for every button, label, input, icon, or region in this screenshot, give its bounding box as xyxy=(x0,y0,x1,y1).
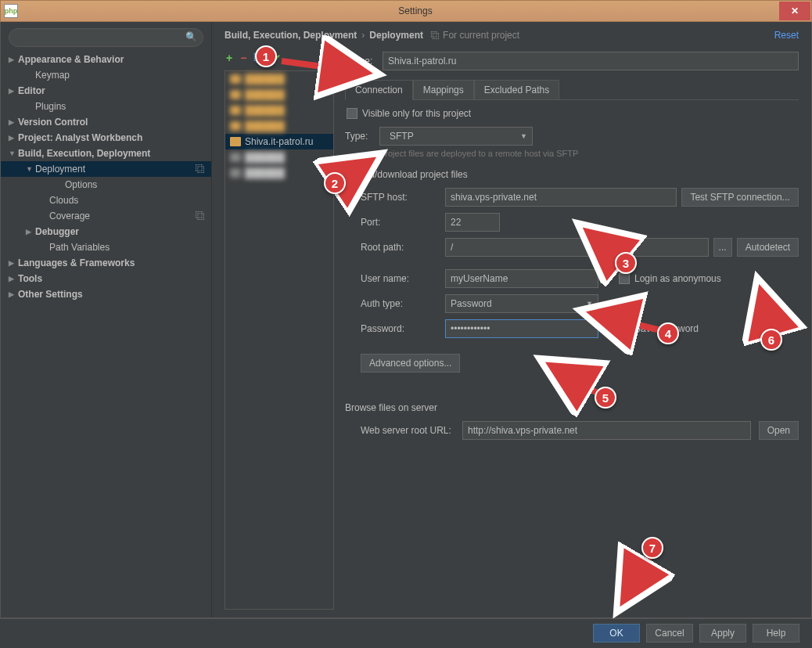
server-name-input[interactable] xyxy=(383,52,799,70)
tree-arrow-icon: ▶ xyxy=(9,87,16,95)
name-label: Name: xyxy=(345,56,375,67)
tree-item-label: Plugins xyxy=(35,101,66,112)
copy-server-button[interactable]: ⿻ xyxy=(254,52,264,64)
window-title: Settings xyxy=(23,5,808,16)
server-item-selected[interactable]: Shiva.it-patrol.ru xyxy=(225,134,333,149)
tree-item[interactable]: ▶Editor xyxy=(1,83,211,99)
tree-item-label: Tools xyxy=(18,273,42,284)
server-item-hidden[interactable]: ██████ xyxy=(225,71,333,87)
tree-item[interactable]: Clouds xyxy=(1,193,211,208)
tree-item[interactable]: Keymap xyxy=(1,67,211,83)
tree-item-label: Deployment xyxy=(35,164,85,175)
web-url-input[interactable] xyxy=(462,421,751,440)
tabs: ConnectionMappingsExcluded Paths xyxy=(345,80,799,100)
deployment-body: + − ⿻ ✔ ████████████████████████Shiva.it… xyxy=(212,49,811,617)
project-scope-badge: ⿻ For current project xyxy=(431,30,519,41)
deployment-form: Name: ConnectionMappingsExcluded Paths V… xyxy=(345,49,799,610)
tab-connection[interactable]: Connection xyxy=(345,80,413,100)
apply-button[interactable]: Apply xyxy=(699,624,746,643)
right-panel: Build, Execution, Deployment › Deploymen… xyxy=(212,22,811,617)
server-item-hidden[interactable]: ██████ xyxy=(225,103,333,118)
type-select[interactable]: SFTP ▼ xyxy=(379,127,533,146)
tree-arrow-icon: ▶ xyxy=(9,290,16,298)
tree-item[interactable]: ▼Deployment⿻ xyxy=(1,161,211,177)
tree-item[interactable]: Options xyxy=(1,177,211,193)
tree-arrow-icon: ▶ xyxy=(26,228,34,236)
tree-item-label: Keymap xyxy=(35,70,70,81)
server-item-hidden[interactable]: ██████ xyxy=(225,149,333,165)
search-input[interactable] xyxy=(9,28,203,47)
tab-excluded-paths[interactable]: Excluded Paths xyxy=(474,80,559,99)
tree-item[interactable]: ▶Debugger xyxy=(1,224,211,239)
tree-item[interactable]: Plugins xyxy=(1,99,211,114)
password-label: Password: xyxy=(361,323,439,334)
tab-mappings[interactable]: Mappings xyxy=(413,80,474,99)
anonymous-checkbox[interactable] xyxy=(619,273,630,284)
password-input[interactable] xyxy=(445,319,598,338)
anonymous-label: Login as anonymous xyxy=(634,273,721,284)
add-server-button[interactable]: + xyxy=(226,52,232,64)
tree-arrow-icon: ▼ xyxy=(26,165,34,173)
tree-arrow-icon: ▶ xyxy=(9,259,16,267)
breadcrumb-part-2: Deployment xyxy=(369,30,423,41)
sftp-host-input[interactable] xyxy=(445,188,677,207)
cancel-button[interactable]: Cancel xyxy=(646,624,693,643)
port-input[interactable] xyxy=(445,213,500,232)
tree-item[interactable]: Coverage⿻ xyxy=(1,208,211,224)
remove-server-button[interactable]: − xyxy=(240,52,246,64)
tree-item-label: Other Settings xyxy=(18,289,83,300)
tree-arrow-icon: ▶ xyxy=(9,134,16,142)
chevron-down-icon: ▼ xyxy=(586,300,593,308)
server-item-hidden[interactable]: ██████ xyxy=(225,118,333,134)
server-item-hidden[interactable]: ██████ xyxy=(225,165,333,181)
tree-item[interactable]: ▶Version Control xyxy=(1,114,211,130)
dialog-footer: OK Cancel Apply Help xyxy=(0,618,812,646)
server-item-hidden[interactable]: ██████ xyxy=(225,87,333,103)
app-icon: php xyxy=(4,4,18,18)
browse-root-button[interactable]: ... xyxy=(713,238,732,257)
type-hint: Project files are deployed to a remote h… xyxy=(379,149,799,158)
ok-button[interactable]: OK xyxy=(593,624,640,643)
tree-item-label: Options xyxy=(65,179,97,190)
save-password-checkbox[interactable] xyxy=(619,323,630,334)
tree-item[interactable]: ▶Appearance & Behavior xyxy=(1,52,211,67)
set-default-button[interactable]: ✔ xyxy=(272,52,281,64)
auth-type-select[interactable]: Password ▼ xyxy=(445,294,598,313)
type-label: Type: xyxy=(345,131,372,142)
browse-group-label: Browse files on server xyxy=(345,402,799,413)
tree-item-label: Editor xyxy=(18,85,45,96)
settings-tree[interactable]: ▶Appearance & BehaviorKeymap▶EditorPlugi… xyxy=(1,52,211,617)
tree-item[interactable]: Path Variables xyxy=(1,239,211,255)
tree-item-label: Version Control xyxy=(18,117,88,128)
tree-item-label: Languages & Frameworks xyxy=(18,257,135,268)
autodetect-button[interactable]: Autodetect xyxy=(737,238,799,257)
tree-item[interactable]: ▶Other Settings xyxy=(1,286,211,302)
breadcrumb: Build, Execution, Deployment › Deploymen… xyxy=(212,22,811,49)
tree-item[interactable]: ▶Project: Analyst Workbench xyxy=(1,130,211,146)
root-path-label: Root path: xyxy=(361,242,439,253)
close-button[interactable]: ✕ xyxy=(779,2,810,20)
tree-arrow-icon: ▼ xyxy=(9,149,16,157)
visible-only-label: Visible only for this project xyxy=(362,108,471,119)
tree-item[interactable]: ▼Build, Execution, Deployment xyxy=(1,146,211,161)
advanced-options-button[interactable]: Advanced options... xyxy=(361,354,460,373)
reset-link[interactable]: Reset xyxy=(774,30,799,41)
tree-item-label: Debugger xyxy=(35,226,79,237)
username-input[interactable] xyxy=(445,269,598,288)
server-list[interactable]: ████████████████████████Shiva.it-patrol.… xyxy=(225,70,334,610)
web-url-label: Web server root URL: xyxy=(361,425,455,436)
root-path-input[interactable] xyxy=(445,238,709,257)
tree-item[interactable]: ▶Tools xyxy=(1,271,211,286)
left-panel: 🔍 ▶Appearance & BehaviorKeymap▶EditorPlu… xyxy=(1,22,212,617)
tree-item[interactable]: ▶Languages & Frameworks xyxy=(1,255,211,271)
auth-type-label: Auth type: xyxy=(361,298,439,309)
open-url-button[interactable]: Open xyxy=(759,421,799,440)
tree-arrow-icon: ▶ xyxy=(9,56,16,63)
server-toolbar: + − ⿻ ✔ xyxy=(225,49,334,70)
project-icon: ⿻ xyxy=(431,31,440,40)
visible-only-checkbox[interactable] xyxy=(347,108,357,119)
username-label: User name: xyxy=(361,273,439,284)
tree-item-label: Build, Execution, Deployment xyxy=(18,148,150,159)
test-connection-button[interactable]: Test SFTP connection... xyxy=(681,188,799,207)
help-button[interactable]: Help xyxy=(753,624,799,643)
